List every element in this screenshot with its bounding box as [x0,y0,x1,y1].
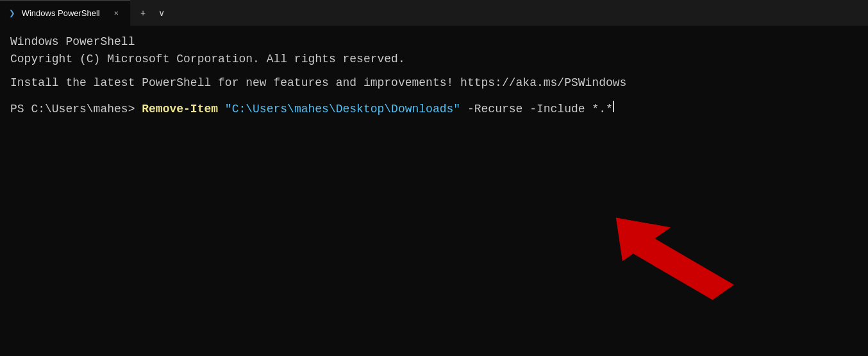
cursor [613,101,614,112]
powershell-icon: ❯ [9,7,15,20]
active-tab[interactable]: ❯ Windows PowerShell ✕ [0,0,130,26]
terminal-line-1: Windows PowerShell [10,33,858,51]
command-line[interactable]: PS C:\Users\mahes> Remove-Item "C:\Users… [10,101,858,115]
cmd-keyword: Remove-Item [142,103,218,115]
terminal-line-2: Copyright (C) Microsoft Corporation. All… [10,51,858,68]
new-tab-button[interactable]: + [135,5,151,21]
tab-close-button[interactable]: ✕ [112,7,121,19]
terminal-prompt: PS C:\Users\mahes> [10,103,142,115]
tab-controls: + ∨ [130,0,175,26]
cmd-path: "C:\Users\mahes\Desktop\Downloads" [218,103,460,115]
terminal-line-4: Install the latest PowerShell for new fe… [10,74,858,92]
arrow-svg [612,176,740,318]
terminal-window: Windows PowerShell Copyright (C) Microso… [0,26,868,356]
red-arrow-annotation [612,176,740,318]
dropdown-button[interactable]: ∨ [153,5,170,21]
svg-marker-0 [612,185,733,318]
tab-title: Windows PowerShell [22,8,100,18]
titlebar: ❯ Windows PowerShell ✕ + ∨ [0,0,868,26]
cmd-args: -Recurse -Include *.* [460,103,613,115]
